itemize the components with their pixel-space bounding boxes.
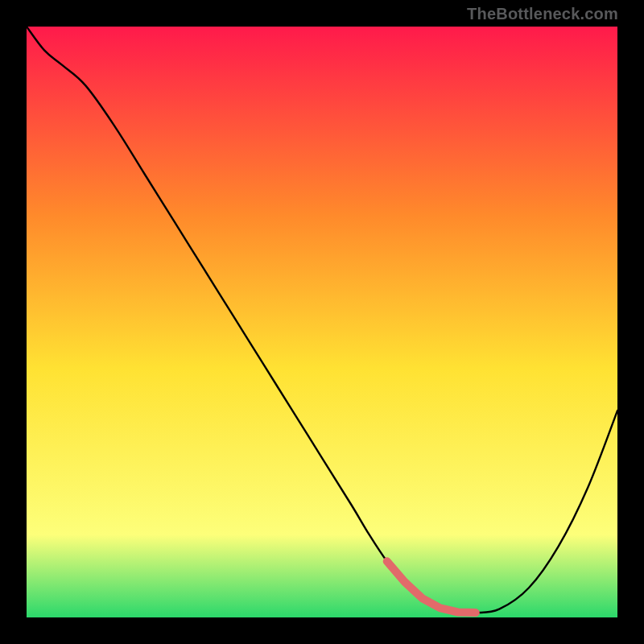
watermark-text: TheBottleneck.com: [467, 5, 618, 23]
chart-frame: TheBottleneck.com: [0, 0, 644, 644]
plot-area: [27, 27, 617, 617]
gradient-background: [27, 27, 617, 617]
chart-svg: [27, 27, 617, 617]
